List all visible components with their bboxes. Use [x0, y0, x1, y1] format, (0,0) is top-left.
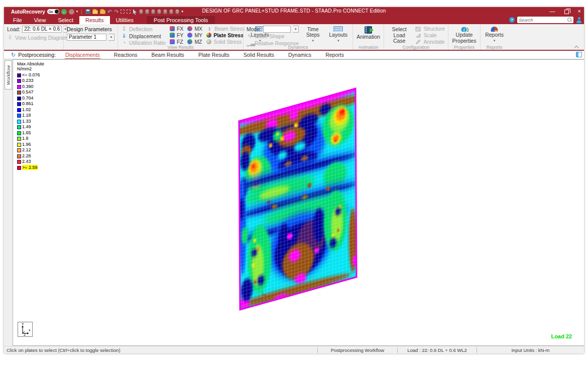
time-steps-button[interactable]: Time Steps ▼ [303, 26, 323, 44]
search-box[interactable] [517, 17, 573, 23]
mz-button[interactable]: MZ [187, 39, 202, 45]
select-load-case-button[interactable]: Select Load Case [387, 26, 411, 44]
legend-swatch [17, 79, 21, 83]
ribbon-tab-select[interactable]: Select [52, 16, 79, 24]
plate-stress-button[interactable]: Plate Stress [206, 32, 245, 38]
design-parameters-group: Design Parameters Parameter 1 ▼ [63, 24, 117, 50]
minimize-button[interactable]: — [550, 8, 555, 14]
dynamics-group-label: Dynamics [244, 45, 352, 50]
legend-swatch [17, 131, 21, 135]
pie-chart-icon [490, 26, 499, 32]
parameter-dropdown-caret-icon[interactable]: ▼ [108, 34, 114, 41]
configuration-group: Select Load Case Structure Scale Annotat… [384, 24, 448, 50]
legend-entry: 2.43 [17, 158, 44, 164]
page-tab-solid-results[interactable]: Solid Results [243, 51, 275, 59]
beam-stress-icon: I [206, 26, 212, 32]
legend-entry: 1.49 [17, 124, 44, 130]
legend-entry: 1.18 [17, 112, 44, 118]
ribbon-tab-view[interactable]: View [28, 16, 52, 24]
legend-value: 0.704 [22, 96, 34, 101]
displacement-button[interactable]: ⇓Displacement [121, 33, 166, 39]
mz-icon [187, 39, 192, 44]
reports-group-label: Reports [481, 45, 508, 50]
svg-text:Z: Z [24, 333, 26, 336]
legend-swatch [17, 85, 21, 89]
mode-shape-icon: ∿ [247, 33, 253, 39]
page-tab-reports[interactable]: Reports [325, 51, 344, 59]
dynamics-layouts-button[interactable]: Layouts ▼ [327, 26, 349, 44]
legend-value: 1.96 [22, 142, 31, 147]
animation-icon [365, 26, 372, 34]
mode-shape-button[interactable]: ∿Mode Shape [247, 33, 299, 39]
solid-stress-icon [206, 39, 211, 44]
page-tab-dynamics[interactable]: Dynamics [288, 51, 312, 59]
mode-dropdown[interactable] [263, 26, 291, 33]
contour-plot[interactable] [13, 60, 584, 345]
mx-button[interactable]: MX [187, 26, 202, 32]
dynamics-group: Mode: ▼ ∿Mode Shape ▁▃Relative Response … [243, 24, 352, 50]
search-input[interactable] [519, 18, 567, 23]
legend-value: 1.18 [22, 113, 31, 118]
workflow-strip: Workflow [4, 59, 13, 346]
page-tab-beam-results[interactable]: Beam Results [151, 51, 185, 59]
ribbon-tab-row: FileViewSelectResultsUtilitiesPost Proce… [4, 16, 584, 24]
ribbon-tabs: FileViewSelectResultsUtilitiesPost Proce… [7, 16, 215, 24]
my-button[interactable]: MY [187, 32, 202, 38]
my-icon [187, 33, 192, 38]
download-arrow-icon: ⇩ [7, 34, 13, 41]
update-properties-icon: i [460, 26, 469, 32]
window-layout-icon[interactable] [576, 52, 582, 57]
ribbon-tab-post-processing-tools[interactable]: Post Processing Tools [147, 16, 215, 24]
legend-value: 2.28 [22, 153, 31, 158]
close-button[interactable]: × [578, 8, 581, 14]
collapse-ribbon-icon[interactable] [574, 45, 578, 49]
beam-stress-button[interactable]: IBeam Stress [206, 26, 245, 32]
deflection-button[interactable]: ↧Deflection [121, 26, 166, 32]
ribbon-tab-file[interactable]: File [7, 16, 28, 24]
restore-button[interactable] [564, 10, 569, 14]
fx-button[interactable]: FX [170, 26, 183, 32]
annotate-button[interactable]: Annotate [415, 39, 445, 45]
fz-button[interactable]: FZ [170, 39, 183, 45]
help-icon[interactable]: ? [509, 17, 515, 23]
configuration-group-label: Configuration [384, 45, 448, 50]
fy-button[interactable]: FY [170, 32, 183, 38]
structure-button[interactable]: Structure [415, 26, 445, 32]
legend-entry: 1.65 [17, 129, 44, 135]
design-parameters-label: Design Parameters [67, 26, 114, 32]
parameter-dropdown[interactable]: Parameter 1 [67, 34, 106, 41]
legend-entry: 0.861 [17, 101, 44, 107]
properties-group: i Update Properties Properties [448, 24, 480, 50]
status-message: Click on plates to select (Ctrl+click to… [4, 347, 317, 353]
workflow-side-tab[interactable]: Workflow [5, 60, 12, 89]
ribbon-tab-utilities[interactable]: Utilities [110, 16, 140, 24]
scale-button[interactable]: Scale [415, 32, 445, 38]
mode-dropdown-caret-icon[interactable]: ▼ [293, 26, 299, 33]
view-loading-diagram-button[interactable]: ⇩ View Loading Diagram [7, 34, 60, 41]
page-tab-reactions[interactable]: Reactions [113, 51, 138, 59]
update-properties-button[interactable]: i Update Properties [450, 26, 479, 44]
result-legend: Max Absolute N/mm2 <= 0.0760.2330.3900.5… [17, 61, 44, 170]
solid-stress-button[interactable]: Solid Stress [206, 39, 245, 45]
ribbon: Load: 22: 0.6 DL + 0.6 ▼ ⇩ View Loading … [4, 24, 584, 50]
legend-value: 1.02 [22, 107, 31, 112]
mx-icon [187, 26, 192, 31]
animation-group-label: Animation [353, 45, 384, 50]
legend-swatch [17, 137, 21, 141]
view-results-group: ↧Deflection ⇓Displacement ◔Utilization R… [117, 24, 243, 50]
reports-button[interactable]: Reports ▼ [483, 26, 506, 44]
page-tab-plate-results[interactable]: Plate Results [198, 51, 230, 59]
reports-group: Reports ▼ Reports [480, 24, 508, 50]
model-viewport[interactable]: Max Absolute N/mm2 <= 0.0760.2330.3900.5… [13, 59, 584, 346]
legend-entry: >= 2.59 [17, 164, 44, 170]
load-dropdown[interactable]: 22: 0.6 DL + 0.6 [22, 26, 62, 33]
svg-text:x: x [29, 328, 31, 332]
ribbon-tab-results[interactable]: Results [79, 16, 110, 24]
search-icon[interactable] [567, 18, 572, 22]
legend-swatch [17, 143, 21, 147]
axis-triad: Y x Z [18, 322, 33, 337]
page-tab-displacements[interactable]: Displacements [65, 51, 100, 59]
load-badge: Load 22 [551, 333, 572, 339]
user-account-icon[interactable] [576, 17, 582, 23]
animation-button[interactable]: Animation [355, 26, 382, 44]
